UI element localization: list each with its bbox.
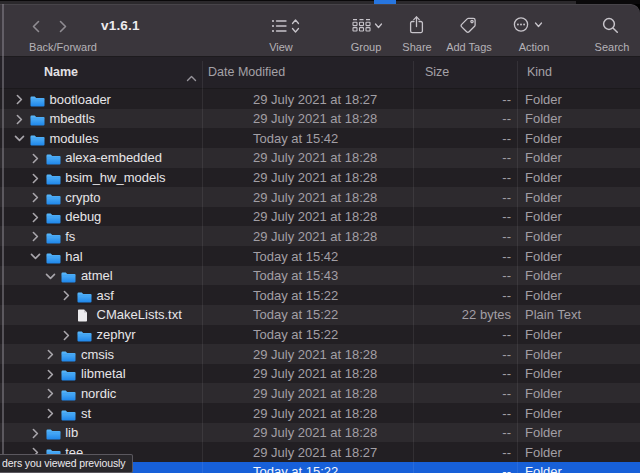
column-header-date-modified[interactable]: Date Modified (208, 65, 285, 79)
forward-button[interactable] (58, 20, 68, 33)
row-size: -- (413, 229, 511, 244)
row-name: mbedtls (50, 111, 96, 126)
sort-ascending-icon (186, 68, 197, 86)
list-view-icon (272, 20, 286, 32)
disclosure-chevron-icon[interactable] (47, 271, 54, 282)
table-row[interactable]: libmetal29 July 2021 at 18:28--Folder (0, 364, 640, 384)
row-size: -- (413, 288, 511, 303)
row-kind: Folder (525, 366, 562, 381)
table-row[interactable]: zephyrToday at 15:22--Folder (0, 325, 640, 345)
back-button[interactable] (31, 20, 41, 33)
share-label: Share (402, 41, 431, 53)
table-row[interactable]: st29 July 2021 at 18:28--Folder (0, 403, 640, 423)
chevron-down-icon (376, 24, 382, 28)
row-date-modified: Today at 15:22 (253, 288, 338, 303)
table-row[interactable]: bootloader29 July 2021 at 18:27--Folder (0, 89, 640, 109)
list-column-header: Name Date Modified Size Kind (0, 56, 640, 89)
disclosure-chevron-icon[interactable] (47, 388, 54, 399)
disclosure-chevron-icon[interactable] (32, 212, 39, 223)
row-name: atmel (81, 268, 113, 283)
row-size: -- (413, 131, 511, 146)
disclosure-chevron-icon[interactable] (32, 173, 39, 184)
table-row[interactable]: lib29 July 2021 at 18:28--Folder (0, 423, 640, 443)
row-date-modified: Today at 15:22 (253, 464, 338, 473)
table-row[interactable]: fs29 July 2021 at 18:28--Folder (0, 226, 640, 246)
row-name: CMakeLists.txt (97, 307, 182, 322)
row-name: hal (65, 249, 82, 264)
action-button[interactable] (513, 17, 543, 33)
row-kind: Folder (525, 288, 562, 303)
disclosure-chevron-icon[interactable] (32, 231, 39, 242)
row-name: bsim_hw_models (65, 170, 165, 185)
disclosure-chevron-icon[interactable] (47, 408, 54, 419)
row-name: zephyr (97, 327, 136, 342)
window-title: v1.6.1 (101, 18, 140, 33)
row-kind: Folder (525, 347, 562, 362)
row-date-modified: 29 July 2021 at 18:28 (253, 229, 377, 244)
table-row[interactable]: mbedtls29 July 2021 at 18:28--Folder (0, 109, 640, 129)
disclosure-chevron-icon[interactable] (32, 251, 39, 262)
chevron-down-icon (536, 23, 542, 27)
disclosure-chevron-icon[interactable] (16, 133, 23, 144)
table-row[interactable]: atmelToday at 15:43--Folder (0, 266, 640, 286)
disclosure-chevron-icon[interactable] (63, 290, 70, 301)
search-button[interactable] (602, 17, 619, 34)
column-header-name[interactable]: Name (44, 65, 78, 79)
column-header-size[interactable]: Size (425, 65, 449, 79)
table-row[interactable]: asfToday at 15:22--Folder (0, 285, 640, 305)
toolbar: Back/Forward v1.6.1 View (0, 4, 640, 56)
table-row[interactable]: CMakeLists.txtToday at 15:2222 bytesPlai… (0, 305, 640, 325)
disclosure-chevron-icon[interactable] (47, 349, 54, 360)
disclosure-chevron-icon[interactable] (32, 153, 39, 164)
row-kind: Folder (525, 190, 562, 205)
table-row[interactable]: crypto29 July 2021 at 18:28--Folder (0, 187, 640, 207)
row-size: -- (413, 445, 511, 460)
table-row[interactable]: modulesToday at 15:42--Folder (0, 128, 640, 148)
table-row[interactable]: halToday at 15:42--Folder (0, 246, 640, 266)
tag-icon (460, 17, 477, 34)
row-name: cmsis (81, 347, 114, 362)
row-size: -- (413, 425, 511, 440)
row-name: libmetal (81, 366, 126, 381)
disclosure-chevron-icon[interactable] (16, 114, 23, 125)
row-kind: Folder (525, 150, 562, 165)
row-kind: Folder (525, 131, 562, 146)
view-button[interactable] (271, 18, 301, 34)
row-size: -- (413, 249, 511, 264)
row-date-modified: 29 July 2021 at 18:28 (253, 190, 377, 205)
share-button[interactable] (409, 16, 424, 34)
row-name: crypto (65, 190, 100, 205)
row-size: -- (413, 327, 511, 342)
disclosure-chevron-icon[interactable] (63, 330, 70, 341)
row-kind: Folder (525, 209, 562, 224)
add-tags-button[interactable] (460, 17, 477, 34)
share-icon (409, 16, 424, 34)
row-date-modified: 29 July 2021 at 18:28 (253, 366, 377, 381)
row-name: bootloader (50, 92, 111, 107)
table-row[interactable]: alexa-embedded29 July 2021 at 18:28--Fol… (0, 148, 640, 168)
disclosure-chevron-icon[interactable] (47, 369, 54, 380)
column-header-kind[interactable]: Kind (527, 65, 552, 79)
disclosure-chevron-icon[interactable] (32, 192, 39, 203)
row-size: -- (413, 92, 511, 107)
row-kind: Folder (525, 327, 562, 342)
row-name: st (81, 406, 91, 421)
row-date-modified: 29 July 2021 at 18:28 (253, 386, 377, 401)
group-button[interactable] (352, 18, 383, 33)
row-date-modified: 29 July 2021 at 18:28 (253, 170, 377, 185)
table-row[interactable]: bsim_hw_models29 July 2021 at 18:28--Fol… (0, 168, 640, 188)
row-kind: Folder (525, 92, 562, 107)
row-size: -- (413, 366, 511, 381)
row-size: -- (413, 209, 511, 224)
table-row[interactable]: debug29 July 2021 at 18:28--Folder (0, 207, 640, 227)
disclosure-chevron-icon[interactable] (32, 428, 39, 439)
row-kind: Folder (525, 111, 562, 126)
row-date-modified: 29 July 2021 at 18:28 (253, 111, 377, 126)
row-name: lib (65, 425, 78, 440)
row-kind: Plain Text (525, 307, 581, 322)
row-kind: Folder (525, 386, 562, 401)
table-row[interactable]: nordic29 July 2021 at 18:28--Folder (0, 383, 640, 403)
disclosure-chevron-icon[interactable] (16, 94, 23, 105)
table-row[interactable]: cmsis29 July 2021 at 18:28--Folder (0, 344, 640, 364)
row-date-modified: 29 July 2021 at 18:28 (253, 209, 377, 224)
